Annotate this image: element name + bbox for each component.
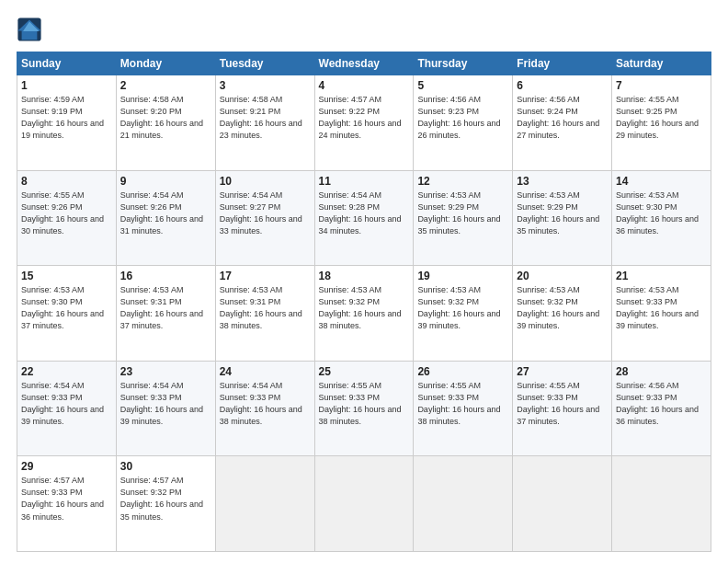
day-number: 23: [120, 365, 211, 378]
day-info: Sunrise: 4:57 AMSunset: 9:33 PMDaylight:…: [21, 475, 112, 523]
calendar-day-cell: 28Sunrise: 4:56 AMSunset: 9:33 PMDayligh…: [612, 361, 711, 456]
day-info: Sunrise: 4:53 AMSunset: 9:29 PMDaylight:…: [417, 190, 508, 237]
calendar-day-cell: 30Sunrise: 4:57 AMSunset: 9:32 PMDayligh…: [116, 456, 215, 552]
weekday-header-tuesday: Tuesday: [215, 52, 314, 75]
day-info: Sunrise: 4:54 AMSunset: 9:27 PMDaylight:…: [220, 190, 311, 237]
day-number: 24: [220, 365, 311, 378]
day-number: 7: [616, 79, 707, 92]
calendar-day-cell: 14Sunrise: 4:53 AMSunset: 9:30 PMDayligh…: [612, 170, 711, 266]
day-info: Sunrise: 4:55 AMSunset: 9:33 PMDaylight:…: [319, 380, 410, 428]
day-info: Sunrise: 4:54 AMSunset: 9:33 PMDaylight:…: [120, 380, 211, 428]
header: [17, 17, 711, 42]
calendar-day-cell: 23Sunrise: 4:54 AMSunset: 9:33 PMDayligh…: [116, 361, 215, 456]
day-info: Sunrise: 4:55 AMSunset: 9:33 PMDaylight:…: [417, 380, 508, 428]
day-number: 18: [319, 270, 410, 282]
calendar-day-cell: 20Sunrise: 4:53 AMSunset: 9:32 PMDayligh…: [513, 266, 612, 362]
calendar-table: SundayMondayTuesdayWednesdayThursdayFrid…: [17, 52, 711, 552]
weekday-header-wednesday: Wednesday: [314, 52, 414, 75]
day-number: 21: [616, 270, 707, 282]
weekday-header-friday: Friday: [513, 52, 612, 75]
logo-icon: [17, 17, 42, 42]
calendar-day-cell: 9Sunrise: 4:54 AMSunset: 9:26 PMDaylight…: [116, 170, 215, 266]
calendar-day-cell: [612, 456, 711, 552]
calendar-day-cell: 26Sunrise: 4:55 AMSunset: 9:33 PMDayligh…: [414, 361, 513, 456]
day-number: 14: [616, 175, 707, 188]
calendar-day-cell: 12Sunrise: 4:53 AMSunset: 9:29 PMDayligh…: [414, 170, 513, 266]
calendar-header-row: SundayMondayTuesdayWednesdayThursdayFrid…: [17, 52, 711, 75]
calendar-day-cell: 10Sunrise: 4:54 AMSunset: 9:27 PMDayligh…: [215, 170, 314, 266]
day-info: Sunrise: 4:57 AMSunset: 9:22 PMDaylight:…: [319, 94, 410, 142]
day-number: 20: [517, 270, 608, 282]
day-number: 5: [417, 79, 508, 92]
day-number: 10: [220, 175, 311, 188]
day-info: Sunrise: 4:58 AMSunset: 9:20 PMDaylight:…: [120, 94, 211, 142]
day-number: 2: [120, 79, 211, 92]
calendar-day-cell: [414, 456, 513, 552]
day-number: 15: [21, 270, 112, 282]
calendar-day-cell: 8Sunrise: 4:55 AMSunset: 9:26 PMDaylight…: [17, 170, 117, 266]
day-info: Sunrise: 4:53 AMSunset: 9:30 PMDaylight:…: [21, 284, 112, 332]
calendar-day-cell: 15Sunrise: 4:53 AMSunset: 9:30 PMDayligh…: [17, 266, 117, 362]
calendar-week-row: 1Sunrise: 4:59 AMSunset: 9:19 PMDaylight…: [17, 75, 711, 171]
day-info: Sunrise: 4:55 AMSunset: 9:25 PMDaylight:…: [616, 94, 707, 142]
weekday-header-monday: Monday: [116, 52, 215, 75]
page: SundayMondayTuesdayWednesdayThursdayFrid…: [0, 0, 728, 563]
day-info: Sunrise: 4:53 AMSunset: 9:29 PMDaylight:…: [517, 190, 608, 237]
day-info: Sunrise: 4:58 AMSunset: 9:21 PMDaylight:…: [220, 94, 311, 142]
day-number: 12: [417, 175, 508, 188]
calendar-day-cell: 19Sunrise: 4:53 AMSunset: 9:32 PMDayligh…: [414, 266, 513, 362]
calendar-day-cell: 1Sunrise: 4:59 AMSunset: 9:19 PMDaylight…: [17, 75, 117, 171]
day-number: 22: [21, 365, 112, 378]
day-info: Sunrise: 4:54 AMSunset: 9:33 PMDaylight:…: [220, 380, 311, 428]
day-number: 27: [517, 365, 608, 378]
day-number: 16: [120, 270, 211, 282]
day-info: Sunrise: 4:55 AMSunset: 9:26 PMDaylight:…: [21, 190, 112, 237]
day-number: 13: [517, 175, 608, 188]
weekday-header-saturday: Saturday: [612, 52, 711, 75]
calendar-day-cell: 4Sunrise: 4:57 AMSunset: 9:22 PMDaylight…: [314, 75, 414, 171]
day-info: Sunrise: 4:56 AMSunset: 9:24 PMDaylight:…: [517, 94, 608, 142]
calendar-week-row: 8Sunrise: 4:55 AMSunset: 9:26 PMDaylight…: [17, 170, 711, 266]
calendar-day-cell: [314, 456, 414, 552]
day-info: Sunrise: 4:56 AMSunset: 9:23 PMDaylight:…: [417, 94, 508, 142]
day-info: Sunrise: 4:54 AMSunset: 9:33 PMDaylight:…: [21, 380, 112, 428]
day-info: Sunrise: 4:53 AMSunset: 9:31 PMDaylight:…: [120, 284, 211, 332]
day-info: Sunrise: 4:54 AMSunset: 9:28 PMDaylight:…: [319, 190, 410, 237]
day-number: 3: [220, 79, 311, 92]
day-number: 30: [120, 460, 211, 473]
day-number: 17: [220, 270, 311, 282]
day-info: Sunrise: 4:55 AMSunset: 9:33 PMDaylight:…: [517, 380, 608, 428]
day-info: Sunrise: 4:53 AMSunset: 9:31 PMDaylight:…: [220, 284, 311, 332]
calendar-day-cell: 24Sunrise: 4:54 AMSunset: 9:33 PMDayligh…: [215, 361, 314, 456]
calendar-day-cell: 21Sunrise: 4:53 AMSunset: 9:33 PMDayligh…: [612, 266, 711, 362]
day-number: 29: [21, 460, 112, 473]
day-info: Sunrise: 4:56 AMSunset: 9:33 PMDaylight:…: [616, 380, 707, 428]
calendar-week-row: 29Sunrise: 4:57 AMSunset: 9:33 PMDayligh…: [17, 456, 711, 552]
day-number: 8: [21, 175, 112, 188]
calendar-day-cell: 13Sunrise: 4:53 AMSunset: 9:29 PMDayligh…: [513, 170, 612, 266]
day-info: Sunrise: 4:53 AMSunset: 9:32 PMDaylight:…: [417, 284, 508, 332]
day-number: 25: [319, 365, 410, 378]
calendar-day-cell: 3Sunrise: 4:58 AMSunset: 9:21 PMDaylight…: [215, 75, 314, 171]
calendar-day-cell: 6Sunrise: 4:56 AMSunset: 9:24 PMDaylight…: [513, 75, 612, 171]
day-info: Sunrise: 4:53 AMSunset: 9:33 PMDaylight:…: [616, 284, 707, 332]
calendar-day-cell: 7Sunrise: 4:55 AMSunset: 9:25 PMDaylight…: [612, 75, 711, 171]
weekday-header-thursday: Thursday: [414, 52, 513, 75]
calendar-day-cell: 25Sunrise: 4:55 AMSunset: 9:33 PMDayligh…: [314, 361, 414, 456]
calendar-week-row: 22Sunrise: 4:54 AMSunset: 9:33 PMDayligh…: [17, 361, 711, 456]
day-number: 6: [517, 79, 608, 92]
calendar-day-cell: 11Sunrise: 4:54 AMSunset: 9:28 PMDayligh…: [314, 170, 414, 266]
day-number: 9: [120, 175, 211, 188]
day-info: Sunrise: 4:53 AMSunset: 9:32 PMDaylight:…: [319, 284, 410, 332]
calendar-day-cell: 16Sunrise: 4:53 AMSunset: 9:31 PMDayligh…: [116, 266, 215, 362]
day-number: 11: [319, 175, 410, 188]
calendar-day-cell: [513, 456, 612, 552]
calendar-day-cell: 18Sunrise: 4:53 AMSunset: 9:32 PMDayligh…: [314, 266, 414, 362]
day-number: 26: [417, 365, 508, 378]
calendar-day-cell: [215, 456, 314, 552]
day-number: 4: [319, 79, 410, 92]
calendar-day-cell: 2Sunrise: 4:58 AMSunset: 9:20 PMDaylight…: [116, 75, 215, 171]
day-number: 19: [417, 270, 508, 282]
calendar-day-cell: 22Sunrise: 4:54 AMSunset: 9:33 PMDayligh…: [17, 361, 117, 456]
calendar-day-cell: 27Sunrise: 4:55 AMSunset: 9:33 PMDayligh…: [513, 361, 612, 456]
